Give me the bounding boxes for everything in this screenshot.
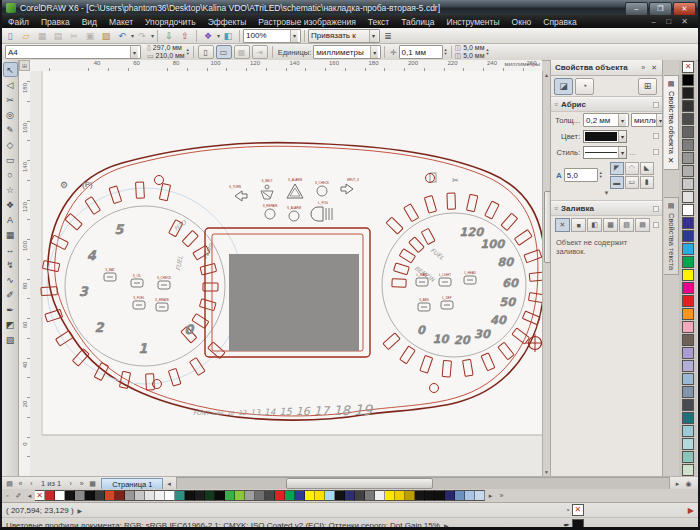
color-swatch[interactable]	[95, 490, 105, 501]
outline-page-icon[interactable]: ◪	[554, 78, 573, 95]
smart-fill-tool[interactable]: ◇	[3, 137, 18, 152]
zoom-level-combo[interactable]: 100%▾	[243, 29, 301, 43]
line-cap-button[interactable]: ▮	[640, 176, 654, 189]
profile-flyout-icon[interactable]: ▶	[444, 522, 449, 529]
color-swatch[interactable]	[475, 490, 485, 501]
chevron-down-icon[interactable]: ▾	[131, 32, 134, 39]
scroll-up-icon[interactable]: ▲	[543, 71, 550, 79]
table-tool[interactable]: ▦	[3, 227, 18, 242]
rectangle-tool[interactable]: ▭	[3, 152, 18, 167]
redo-icon[interactable]: ↷	[135, 29, 149, 42]
miter-spinner[interactable]: ▲▼	[599, 171, 603, 179]
connector-tool[interactable]: ↯	[3, 257, 18, 272]
application-launcher-icon[interactable]: ❖	[201, 29, 215, 42]
color-swatch[interactable]	[682, 308, 694, 320]
color-swatch[interactable]	[265, 490, 275, 501]
shape-tool[interactable]: ◁	[3, 77, 18, 92]
line-cap-button[interactable]: ▭	[625, 176, 639, 189]
palette-options-icon[interactable]: ▫	[2, 492, 13, 499]
color-swatch[interactable]	[295, 490, 305, 501]
color-eyedropper-tool[interactable]: ✐	[3, 287, 18, 302]
ellipse-tool[interactable]: ○	[3, 167, 18, 182]
duplicate-x-field[interactable]: ◫ 5,0 мм	[455, 44, 485, 52]
freehand-tool[interactable]: ✎	[3, 122, 18, 137]
palette-scroll-left-icon[interactable]: ◂	[24, 492, 35, 500]
color-swatch[interactable]	[315, 490, 325, 501]
fill-tool[interactable]: ◩	[3, 317, 18, 332]
menu-Окно[interactable]: Окно	[506, 15, 538, 28]
color-swatch[interactable]	[375, 490, 385, 501]
pick-tool[interactable]: ↖	[3, 62, 18, 77]
minimize-button[interactable]: –	[625, 2, 648, 16]
fountain-fill-icon[interactable]: ◧	[587, 218, 602, 232]
cut-icon[interactable]: ✂	[67, 29, 81, 42]
zoom-tool[interactable]: ◎	[3, 107, 18, 122]
miter-limit-field[interactable]: 5,0	[564, 168, 598, 182]
add-page-icon[interactable]: ▦	[87, 480, 98, 488]
color-swatch[interactable]	[455, 490, 465, 501]
menu-Вид[interactable]: Вид	[76, 15, 103, 28]
palette-scroll-right-icon[interactable]: ▸	[485, 492, 496, 500]
color-swatch[interactable]	[175, 490, 185, 501]
color-swatch[interactable]	[682, 386, 694, 398]
menu-Инструменты[interactable]: Инструменты	[441, 15, 506, 28]
color-swatch[interactable]	[345, 490, 355, 501]
welcome-screen-icon[interactable]: ◧	[221, 29, 235, 42]
outline-section-header[interactable]: ≡Абрис	[551, 97, 662, 112]
color-swatch[interactable]	[682, 334, 694, 346]
color-swatch[interactable]	[235, 490, 245, 501]
docker-header-buttons[interactable]: » ✕	[641, 64, 659, 72]
new-document-icon[interactable]: ▯	[3, 29, 17, 42]
menu-Файл[interactable]: Файл	[2, 15, 35, 28]
color-swatch[interactable]	[465, 490, 475, 501]
duplicate-y-field[interactable]: ◫ 5,0 мм	[455, 52, 485, 60]
scroll-right-icon[interactable]: ▸	[672, 480, 683, 488]
options-icon[interactable]: ≣	[381, 29, 395, 42]
dimension-tool[interactable]: ↔	[3, 242, 18, 257]
open-icon[interactable]: ▱	[19, 29, 33, 42]
fountain-icon[interactable]: ◔	[575, 78, 594, 95]
color-swatch[interactable]	[405, 490, 415, 501]
menu-Растровые изображения[interactable]: Растровые изображения	[252, 15, 361, 28]
scroll-down-icon[interactable]: ▼	[543, 468, 550, 476]
menu-Правка[interactable]: Правка	[35, 15, 76, 28]
snap-to-combo[interactable]: Привязать к▾	[308, 29, 380, 43]
color-swatch[interactable]	[105, 490, 115, 501]
color-swatch[interactable]	[125, 490, 135, 501]
outline-color-picker[interactable]: ▾	[583, 130, 627, 143]
color-swatch[interactable]	[215, 490, 225, 501]
corner-style-button[interactable]: ◣	[640, 162, 654, 175]
color-swatch[interactable]	[225, 490, 235, 501]
chevron-down-icon[interactable]: ▾	[151, 32, 154, 39]
color-swatch[interactable]	[285, 490, 295, 501]
texture-fill-icon[interactable]: ▨	[619, 218, 634, 232]
color-swatch[interactable]	[385, 490, 395, 501]
corner-style-button[interactable]: ◤	[610, 162, 624, 175]
next-page-icon[interactable]: ›	[65, 480, 76, 487]
page-size-combo[interactable]: A4▾	[5, 45, 141, 59]
restore-button[interactable]: ❐	[649, 2, 672, 16]
color-swatch[interactable]	[45, 490, 55, 501]
close-button[interactable]: ✕	[673, 2, 696, 16]
first-page-icon[interactable]: «	[15, 480, 26, 487]
vertical-scrollbar[interactable]: ▲ ▼	[542, 71, 550, 476]
outline-style-combo[interactable]: ▾	[583, 146, 627, 159]
color-swatch[interactable]	[682, 87, 694, 99]
color-swatch[interactable]	[682, 139, 694, 151]
color-swatch[interactable]	[682, 126, 694, 138]
nudge-spinner[interactable]: ▲▼	[444, 48, 448, 56]
copy-icon[interactable]: ▣	[83, 29, 97, 42]
scroll-left-icon[interactable]: ◂	[163, 480, 174, 488]
outline-pen-tool[interactable]: ✒	[3, 302, 18, 317]
prev-page-icon[interactable]: ‹	[26, 480, 37, 487]
docker-tab-2[interactable]: ▤Свойства текста	[664, 197, 679, 275]
color-swatch[interactable]	[75, 490, 85, 501]
all-pages-button[interactable]: ▦	[234, 45, 250, 59]
color-swatch[interactable]	[305, 490, 315, 501]
blend-tool[interactable]: ∿	[3, 272, 18, 287]
menu-Упорядочить[interactable]: Упорядочить	[139, 15, 202, 28]
color-swatch[interactable]	[682, 204, 694, 216]
portrait-button[interactable]: ▯	[198, 45, 214, 59]
section-expander[interactable]: ▼	[551, 190, 662, 201]
menu-Текст[interactable]: Текст	[362, 15, 395, 28]
